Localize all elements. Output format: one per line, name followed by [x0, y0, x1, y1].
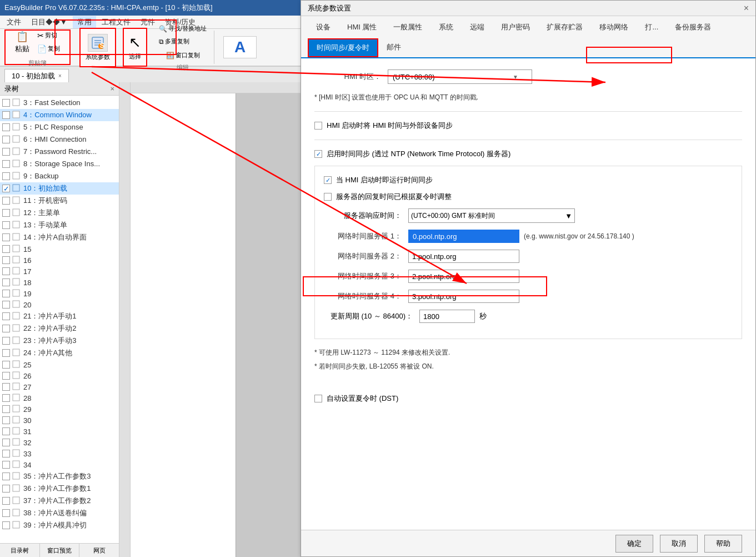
sidebar-checkbox-32[interactable]: [2, 439, 10, 446]
sidebar-tab-preview[interactable]: 窗口预览: [40, 544, 80, 557]
sidebar-checkbox-33[interactable]: [2, 450, 10, 457]
sidebar-checkbox-6[interactable]: [2, 136, 10, 143]
sidebar-checkbox-35[interactable]: [2, 473, 10, 480]
sidebar-checkbox-5[interactable]: [2, 123, 10, 131]
sidebar-checkbox-19[interactable]: [2, 290, 10, 297]
sidebar-item-26[interactable]: 26: [0, 370, 119, 381]
sidebar-item-3[interactable]: 3：Fast Selection: [0, 97, 119, 109]
sidebar-checkbox-14[interactable]: [2, 233, 10, 241]
server2-input[interactable]: [408, 250, 519, 263]
dialog-tab-storage[interactable]: 扩展存贮器: [538, 18, 591, 36]
sidebar-item-18[interactable]: 18: [0, 277, 119, 288]
find-replace-button[interactable]: 🔍 寻找/替换地址: [156, 23, 209, 34]
sidebar-checkbox-9[interactable]: [2, 172, 10, 180]
sidebar-item-5[interactable]: 5：PLC Response: [0, 121, 119, 133]
sidebar-checkbox-38[interactable]: [2, 509, 10, 517]
sidebar-item-15[interactable]: 15: [0, 243, 119, 255]
sidebar-item-25[interactable]: 25: [0, 359, 119, 370]
sidebar-checkbox-3[interactable]: [2, 99, 10, 107]
sidebar-item-7[interactable]: 7：Password Restric...: [0, 146, 119, 158]
sidebar-checkbox-4[interactable]: [2, 111, 10, 119]
timezone-select[interactable]: (UTC+08:00) ▼: [388, 69, 532, 84]
sidebar-checkbox-15[interactable]: [2, 245, 10, 253]
sidebar-checkbox-25[interactable]: [2, 361, 10, 369]
sidebar-item-9[interactable]: 9：Backup: [0, 170, 119, 182]
sidebar-item-11[interactable]: 11：开机密码: [0, 195, 119, 207]
sidebar-checkbox-8[interactable]: [2, 160, 10, 168]
sidebar-close-button[interactable]: ×: [110, 84, 114, 93]
sidebar-checkbox-12[interactable]: [2, 209, 10, 217]
server3-input[interactable]: [408, 270, 519, 283]
sidebar-checkbox-29[interactable]: [2, 405, 10, 413]
sidebar-checkbox-17[interactable]: [2, 267, 10, 275]
sidebar-checkbox-27[interactable]: [2, 383, 10, 391]
dialog-tab-remote[interactable]: 远端: [462, 18, 493, 36]
cut-button[interactable]: ✂ 剪切: [34, 29, 63, 42]
sidebar-item-8[interactable]: 8：Storage Space Ins...: [0, 158, 119, 170]
sidebar-item-28[interactable]: 28: [0, 392, 119, 404]
sidebar-item-29[interactable]: 29: [0, 404, 119, 415]
sidebar-item-17[interactable]: 17: [0, 266, 119, 277]
help-button[interactable]: 帮助: [704, 535, 742, 553]
sidebar-item-35[interactable]: 35：冲片A工作参数3: [0, 470, 119, 483]
sidebar-item-14[interactable]: 14：冲片A自动界面: [0, 231, 119, 243]
tab-10[interactable]: 10 - 初始加载 ×: [4, 69, 69, 82]
sidebar-tab-webpage[interactable]: 网页: [79, 544, 119, 557]
sidebar-item-4[interactable]: 4：Common Window: [0, 109, 119, 121]
sidebar-item-13[interactable]: 13：手动菜单: [0, 219, 119, 231]
sidebar-checkbox-23[interactable]: [2, 337, 10, 345]
sidebar-item-22[interactable]: 22：冲片A手动2: [0, 322, 119, 335]
dialog-tab-system[interactable]: 系统: [430, 18, 462, 36]
ok-button[interactable]: 确定: [615, 535, 653, 553]
sidebar-item-33[interactable]: 33: [0, 448, 119, 459]
sidebar-checkbox-13[interactable]: [2, 221, 10, 229]
sidebar-item-21[interactable]: 21：冲片A手动1: [0, 310, 119, 322]
menu-file[interactable]: 文件: [2, 16, 26, 28]
sidebar-checkbox-34[interactable]: [2, 461, 10, 469]
sidebar-checkbox-22[interactable]: [2, 325, 10, 332]
menu-project[interactable]: 工程文件: [97, 16, 135, 28]
sidebar-item-23[interactable]: 23：冲片A手动3: [0, 335, 119, 347]
sidebar-item-19[interactable]: 19: [0, 288, 119, 299]
window-copy-button[interactable]: 🪟 窗口复制: [163, 49, 203, 61]
sidebar-item-27[interactable]: 27: [0, 381, 119, 392]
dialog-tab-hmi-attr[interactable]: HMI 属性: [339, 18, 385, 36]
dialog-tab-email[interactable]: 邮件: [378, 38, 409, 57]
dialog-tab-print[interactable]: 打...: [637, 18, 667, 36]
sidebar-checkbox-31[interactable]: [2, 427, 10, 435]
sidebar-item-38[interactable]: 38：冲片A送卷纠偏: [0, 507, 119, 519]
sidebar-item-37[interactable]: 37：冲片A工作参数2: [0, 495, 119, 507]
sidebar-item-20[interactable]: 20: [0, 299, 119, 310]
server4-input[interactable]: [408, 290, 519, 303]
cancel-button[interactable]: 取消: [660, 535, 698, 553]
sidebar-checkbox-18[interactable]: [2, 278, 10, 286]
sidebar-checkbox-30[interactable]: [2, 416, 10, 424]
sidebar-item-39[interactable]: 39：冲片A模具冲切: [0, 519, 119, 531]
sync-hmi-checkbox[interactable]: [314, 122, 322, 130]
dialog-tab-device[interactable]: 设备: [308, 18, 339, 36]
sidebar-checkbox-36[interactable]: [2, 485, 10, 493]
sidebar-checkbox-39[interactable]: [2, 521, 10, 529]
run-on-boot-checkbox[interactable]: [324, 176, 332, 184]
sidebar-item-10[interactable]: ✓10：初始加载: [0, 182, 119, 195]
sidebar-checkbox-37[interactable]: [2, 497, 10, 505]
sidebar-item-34[interactable]: 34: [0, 459, 119, 470]
sidebar-checkbox-11[interactable]: [2, 197, 10, 205]
system-params-button[interactable]: S 系统参数: [83, 31, 113, 64]
dialog-tab-network[interactable]: 移动网络: [591, 18, 637, 36]
server1-input[interactable]: [408, 230, 519, 243]
sidebar-tab-directory[interactable]: 目录树: [0, 544, 40, 557]
sidebar-item-24[interactable]: 24：冲片A其他: [0, 347, 119, 359]
response-time-select[interactable]: (UTC+00:00) GMT 标准时间 ▼: [408, 208, 575, 223]
menu-common[interactable]: 常用: [73, 16, 96, 28]
multi-copy-button[interactable]: ⧉ 多重复制: [156, 36, 209, 47]
sidebar-checkbox-16[interactable]: [2, 256, 10, 264]
sidebar-item-36[interactable]: 36：冲片A工作参数1: [0, 483, 119, 495]
sidebar-checkbox-26[interactable]: [2, 372, 10, 380]
server-dst-checkbox[interactable]: [324, 193, 332, 201]
sidebar-item-31[interactable]: 31: [0, 426, 119, 437]
sidebar-checkbox-28[interactable]: [2, 394, 10, 402]
sidebar-item-16[interactable]: 16: [0, 255, 119, 266]
copy-button[interactable]: 📄 复制: [34, 43, 63, 55]
enable-ntp-checkbox[interactable]: [314, 150, 322, 158]
